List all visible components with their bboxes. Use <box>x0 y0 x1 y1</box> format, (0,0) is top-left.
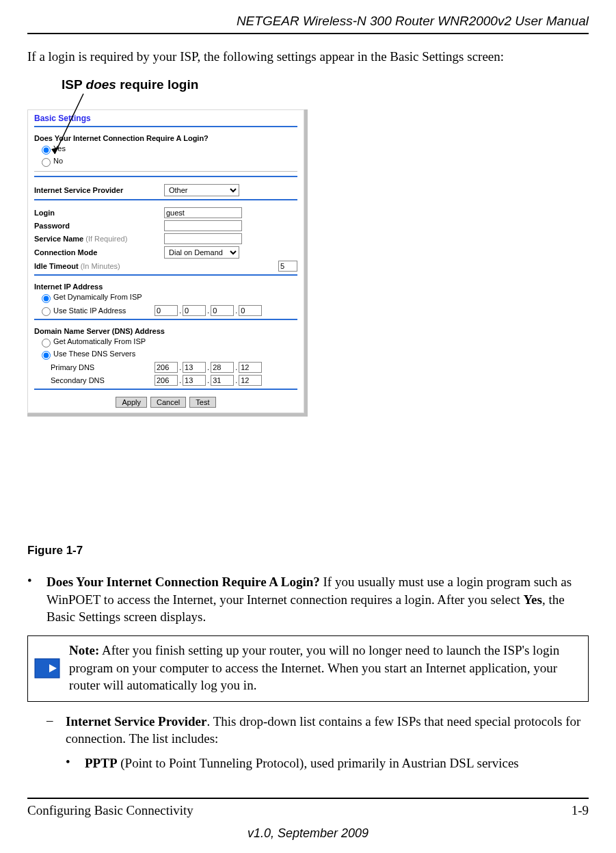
footer-rule <box>27 798 589 799</box>
callout-pre: ISP <box>62 77 86 92</box>
test-button[interactable]: Test <box>189 397 215 408</box>
callout-post: require login <box>116 77 198 92</box>
password-label: Password <box>34 222 164 230</box>
pdns-2[interactable] <box>183 362 206 373</box>
divider <box>34 319 297 320</box>
radio-dns-auto-label: Get Automatically From ISP <box>53 337 146 345</box>
inner-bullet-text: PPTP (Point to Point Tunneling Protocol)… <box>85 754 589 772</box>
sdns-1[interactable] <box>155 375 178 386</box>
radio-ip-static-label: Use Static IP Address <box>53 306 126 315</box>
idle-label: Idle Timeout <box>34 262 81 270</box>
pdns-3[interactable] <box>211 362 234 373</box>
radio-ip-static[interactable] <box>42 307 51 316</box>
idle-input[interactable] <box>278 261 297 272</box>
divider <box>34 199 297 200</box>
page-header: NETGEAR Wireless-N 300 Router WNR2000v2 … <box>27 14 589 29</box>
isp-label: Internet Service Provider <box>34 186 164 194</box>
login-label: Login <box>34 209 164 217</box>
divider <box>34 389 297 390</box>
ib1-text: (Point to Point Tunneling Protocol), use… <box>118 756 519 770</box>
pdns-1[interactable] <box>155 362 178 373</box>
connection-mode-label: Connection Mode <box>34 248 164 257</box>
ip-seg-3[interactable] <box>211 305 234 316</box>
ip-section-title: Internet IP Address <box>34 283 297 291</box>
ip-seg-2[interactable] <box>183 305 206 316</box>
password-input[interactable] <box>164 220 242 231</box>
radio-dns-use[interactable] <box>42 351 51 360</box>
pdns-4[interactable] <box>239 362 262 373</box>
note-box: Note: After you finish setting up your r… <box>27 635 589 702</box>
service-label: Service Name <box>34 235 85 243</box>
callout-arrow <box>49 92 90 168</box>
footer-page: 1-9 <box>572 803 589 818</box>
ip-seg-4[interactable] <box>239 305 262 316</box>
ib1-bold: PPTP <box>85 756 118 770</box>
svg-line-0 <box>55 94 83 154</box>
bullet-marker: • <box>27 573 46 626</box>
sdns-2[interactable] <box>183 375 206 386</box>
sdns-4[interactable] <box>239 375 262 386</box>
dns-section-title: Domain Name Server (DNS) Address <box>34 327 297 335</box>
radio-ip-dynamic-label: Get Dynamically From ISP <box>53 293 142 301</box>
bullet-text: Does Your Internet Connection Require A … <box>46 573 589 626</box>
connection-mode-select[interactable]: Dial on Demand <box>164 246 239 259</box>
inner-bullet-marker: • <box>66 754 85 772</box>
cancel-button[interactable]: Cancel <box>150 397 186 408</box>
note-body: After you finish setting up your router,… <box>69 643 559 692</box>
primary-dns-label: Primary DNS <box>51 363 155 371</box>
note-bold: Note: <box>69 643 99 657</box>
divider <box>34 274 297 276</box>
dash-marker: – <box>46 713 66 748</box>
login-input[interactable] <box>164 207 242 218</box>
d1-bold: Internet Service Provider <box>66 714 206 729</box>
sdns-3[interactable] <box>211 375 234 386</box>
figure-caption: Figure 1-7 <box>27 544 83 557</box>
secondary-dns-label: Secondary DNS <box>51 376 155 384</box>
dash-text: Internet Service Provider. This drop-dow… <box>66 713 589 748</box>
radio-ip-dynamic[interactable] <box>42 294 51 303</box>
intro-text: If a login is required by your ISP, the … <box>27 48 589 66</box>
svg-marker-1 <box>51 147 59 154</box>
service-input[interactable] <box>164 233 242 244</box>
service-hint: (If Required) <box>85 235 127 243</box>
b1-bold2: Yes <box>523 592 541 607</box>
radio-dns-use-label: Use These DNS Servers <box>53 350 135 358</box>
idle-hint: (In Minutes) <box>81 262 120 270</box>
radio-dns-auto[interactable] <box>42 339 51 347</box>
divider <box>34 171 297 172</box>
isp-select[interactable]: Other <box>164 184 239 196</box>
b1-bold: Does Your Internet Connection Require A … <box>46 575 320 589</box>
note-arrow-icon <box>28 636 66 701</box>
callout-em: does <box>86 77 116 92</box>
note-text: Note: After you finish setting up your r… <box>66 636 588 701</box>
callout-label: ISP does require login <box>62 77 198 92</box>
ip-seg-1[interactable] <box>155 305 178 316</box>
footer-version: v1.0, September 2009 <box>27 826 589 841</box>
apply-button[interactable]: Apply <box>116 397 147 408</box>
footer-section: Configuring Basic Connectivity <box>27 803 193 818</box>
header-rule <box>27 33 589 34</box>
divider <box>34 176 297 177</box>
